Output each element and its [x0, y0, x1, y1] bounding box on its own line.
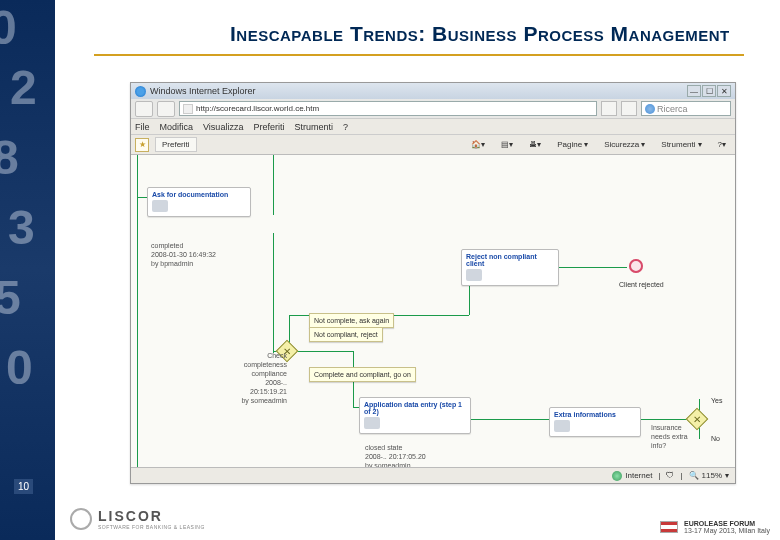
task-icon [466, 269, 482, 281]
menu-edit[interactable]: Modifica [160, 122, 194, 132]
connector [273, 155, 274, 215]
bpm-canvas[interactable]: Ask for documentation completed 2008-01-… [131, 155, 735, 467]
url-field[interactable]: http://scorecard.liscor.world.ce.htm [179, 101, 597, 116]
tool-sicurezza[interactable]: Sicurezza▾ [599, 138, 650, 151]
liscor-logo: LISCOR SOFTWARE FOR BANKING & LEASING [70, 508, 205, 530]
url-text: http://scorecard.liscor.world.ce.htm [196, 104, 319, 113]
stop-button[interactable] [621, 101, 637, 116]
tool-print[interactable]: 🖶▾ [524, 138, 546, 151]
status-bar: Internet | 🛡 | 🔍115%▾ [131, 467, 735, 483]
task-icon [364, 417, 380, 429]
forward-button[interactable] [157, 101, 175, 117]
back-button[interactable] [135, 101, 153, 117]
task-title: Extra informations [554, 411, 636, 418]
address-bar: http://scorecard.liscor.world.ce.htm Ric… [131, 99, 735, 119]
gateway-annotation: Check completeness compliance 2008-.. 20… [227, 351, 287, 406]
gateway-annotation: Insurance needs extra info? [651, 423, 701, 450]
window-title: Windows Internet Explorer [150, 86, 683, 96]
task-title: Ask for documentation [152, 191, 246, 198]
menu-bar: File Modifica Visualizza Preferiti Strum… [131, 119, 735, 135]
flag-icon [660, 521, 678, 533]
favorites-toolbar: ★ Preferiti 🏠▾ ▤▾ 🖶▾ Pagine▾ Sicurezza▾ … [131, 135, 735, 155]
favorites-star-icon[interactable]: ★ [135, 138, 149, 152]
maximize-button[interactable]: ☐ [702, 85, 716, 97]
task-extra-informations[interactable]: Extra informations [549, 407, 641, 437]
search-field[interactable]: Ricerca [641, 101, 731, 116]
page-number: 10 [14, 479, 33, 494]
swimlane-edge [137, 155, 138, 467]
tool-home[interactable]: 🏠▾ [466, 138, 490, 151]
gateway-label: Complete and compliant, go on [309, 367, 416, 382]
tool-help[interactable]: ?▾ [713, 138, 731, 151]
minimize-button[interactable]: — [687, 85, 701, 97]
menu-favorites[interactable]: Preferiti [253, 122, 284, 132]
gateway-label: Not compliant, reject [309, 327, 383, 342]
internet-zone-icon [612, 471, 622, 481]
forum-badge: EUROLEASE FORUM 13-17 May 2013, Milan It… [660, 520, 770, 534]
slide-title: Inescapable Trends: Business Process Man… [230, 22, 730, 46]
gateway-label-no: No [711, 435, 720, 442]
search-icon [645, 104, 655, 114]
gateway-label-yes: Yes [711, 397, 722, 404]
connector [273, 233, 274, 353]
task-icon [554, 420, 570, 432]
refresh-button[interactable] [601, 101, 617, 116]
end-event-label: Client rejected [619, 281, 664, 288]
task-title: Application data entry (step 1 of 2) [364, 401, 466, 415]
liscor-logo-icon [70, 508, 92, 530]
end-event-bg [629, 259, 643, 273]
task-tooltip: closed state 2008-.. 20:17:05.20 by some… [365, 443, 426, 467]
menu-file[interactable]: File [135, 122, 150, 132]
task-icon [152, 200, 168, 212]
tool-strumenti[interactable]: Strumenti▾ [656, 138, 706, 151]
task-ask-for-documentation[interactable]: Ask for documentation [147, 187, 251, 217]
protected-mode-icon: 🛡 [666, 471, 674, 480]
tool-feed[interactable]: ▤▾ [496, 138, 518, 151]
favicon-icon [183, 104, 193, 114]
favorites-label[interactable]: Preferiti [155, 137, 197, 152]
status-zone: Internet [612, 471, 652, 481]
slide-divider [94, 54, 744, 56]
close-button[interactable]: ✕ [717, 85, 731, 97]
connector [547, 267, 627, 268]
tool-pagine[interactable]: Pagine▾ [552, 138, 593, 151]
window-titlebar[interactable]: Windows Internet Explorer — ☐ ✕ [131, 83, 735, 99]
menu-tools[interactable]: Strumenti [294, 122, 333, 132]
menu-view[interactable]: Visualizza [203, 122, 243, 132]
connector [293, 351, 353, 352]
gateway-label: Not complete, ask again [309, 313, 394, 328]
task-application-data-entry[interactable]: Application data entry (step 1 of 2) [359, 397, 471, 434]
task-tooltip: completed 2008-01-30 16:49:32 by bpmadmi… [151, 241, 216, 268]
menu-help[interactable]: ? [343, 122, 348, 132]
ie-icon [135, 86, 146, 97]
zoom-control[interactable]: 🔍115%▾ [689, 471, 729, 480]
browser-window: Windows Internet Explorer — ☐ ✕ http://s… [130, 82, 736, 484]
task-title: Reject non compliant client [466, 253, 554, 267]
task-reject-client[interactable]: Reject non compliant client [461, 249, 559, 286]
search-placeholder: Ricerca [657, 104, 688, 114]
slide-decor-sidebar: 02 83 50 [0, 0, 55, 540]
